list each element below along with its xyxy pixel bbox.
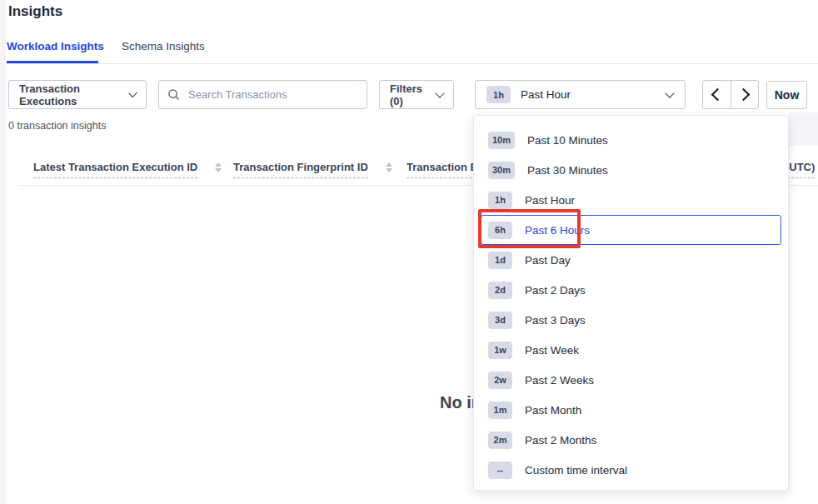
column-header-latest-transaction-execution-id[interactable]: Latest Transaction Execution ID <box>33 161 222 178</box>
sort-icon[interactable] <box>386 162 392 172</box>
time-range-select[interactable]: 1h Past Hour <box>475 80 686 109</box>
time-option-badge: 10m <box>488 132 515 149</box>
time-pager <box>702 80 759 109</box>
time-option-badge: 30m <box>488 162 515 179</box>
tab-schema-insights[interactable]: Schema Insights <box>122 40 205 52</box>
time-range-dropdown: 10m Past 10 Minutes 30m Past 30 Minutes … <box>473 115 789 491</box>
time-range-badge: 1h <box>486 86 511 103</box>
time-range-option[interactable]: 1h Past Hour <box>474 185 788 215</box>
search-input[interactable] <box>187 87 358 102</box>
column-header-transaction-fingerprint-id[interactable]: Transaction Fingerprint ID <box>233 161 392 178</box>
time-option-label: Past Hour <box>525 194 575 207</box>
chevron-down-icon <box>665 88 674 97</box>
time-range-option[interactable]: 3d Past 3 Days <box>474 305 788 335</box>
search-icon <box>167 88 180 101</box>
tab-workload-insights[interactable]: Workload Insights <box>7 40 104 52</box>
left-gutter <box>0 0 6 504</box>
filters-label: Filters (0) <box>390 82 436 107</box>
time-option-label: Custom time interval <box>525 464 627 477</box>
time-option-badge: 2w <box>488 372 512 389</box>
time-option-label: Past 30 Minutes <box>527 164 608 177</box>
time-option-label: Past Day <box>525 254 571 267</box>
time-range-option-list: 10m Past 10 Minutes 30m Past 30 Minutes … <box>474 125 788 485</box>
time-range-option[interactable]: 2d Past 2 Days <box>474 275 788 305</box>
filters-button[interactable]: Filters (0) <box>379 80 454 109</box>
time-option-label: Past 2 Months <box>525 434 596 447</box>
time-option-badge: 6h <box>488 222 512 239</box>
now-label: Now <box>775 88 800 102</box>
time-option-badge: -- <box>488 462 512 479</box>
tabs-divider <box>6 63 818 64</box>
page-title: Insights <box>8 3 62 20</box>
time-option-label: Past Month <box>525 404 581 417</box>
time-option-badge: 1d <box>488 252 512 269</box>
chevron-right-icon <box>736 88 750 102</box>
insights-count: 0 transaction insights <box>8 120 106 132</box>
time-option-badge: 2m <box>488 432 512 449</box>
time-option-badge: 1m <box>488 402 512 419</box>
time-range-option[interactable]: 1d Past Day <box>474 245 788 275</box>
insights-page: Insights Workload Insights Schema Insigh… <box>0 0 818 504</box>
sort-icon[interactable] <box>215 162 222 172</box>
time-range-option[interactable]: 2m Past 2 Months <box>474 425 788 455</box>
chevron-left-icon <box>711 88 725 102</box>
time-range-option[interactable]: 1w Past Week <box>474 335 788 365</box>
time-range-option[interactable]: 2w Past 2 Weeks <box>474 365 788 395</box>
time-option-label: Past Week <box>525 344 579 357</box>
time-option-badge: 1h <box>488 192 512 209</box>
time-prev-button[interactable] <box>703 81 731 108</box>
view-type-select[interactable]: Transaction Executions <box>8 80 147 109</box>
time-option-label: Past 2 Weeks <box>525 374 594 387</box>
time-range-option[interactable]: 6h Past 6 Hours <box>481 215 781 245</box>
time-option-label: Past 2 Days <box>525 284 586 297</box>
background-strip <box>789 112 818 146</box>
time-range-option[interactable]: 1m Past Month <box>474 395 788 425</box>
view-type-label: Transaction Executions <box>19 82 130 107</box>
time-option-badge: 1w <box>488 342 512 359</box>
time-range-option[interactable]: 30m Past 30 Minutes <box>474 155 788 185</box>
time-range-label: Past Hour <box>521 88 666 101</box>
time-option-badge: 2d <box>488 282 512 299</box>
search-box[interactable] <box>158 80 367 109</box>
time-option-label: Past 3 Days <box>525 314 586 327</box>
time-option-label: Past 6 Hours <box>525 224 590 237</box>
now-button[interactable]: Now <box>766 81 807 109</box>
time-next-button[interactable] <box>731 81 758 108</box>
time-option-badge: 3d <box>488 312 512 329</box>
time-range-option[interactable]: -- Custom time interval <box>474 455 788 485</box>
time-range-option[interactable]: 10m Past 10 Minutes <box>474 125 788 155</box>
time-option-label: Past 10 Minutes <box>527 134 608 147</box>
